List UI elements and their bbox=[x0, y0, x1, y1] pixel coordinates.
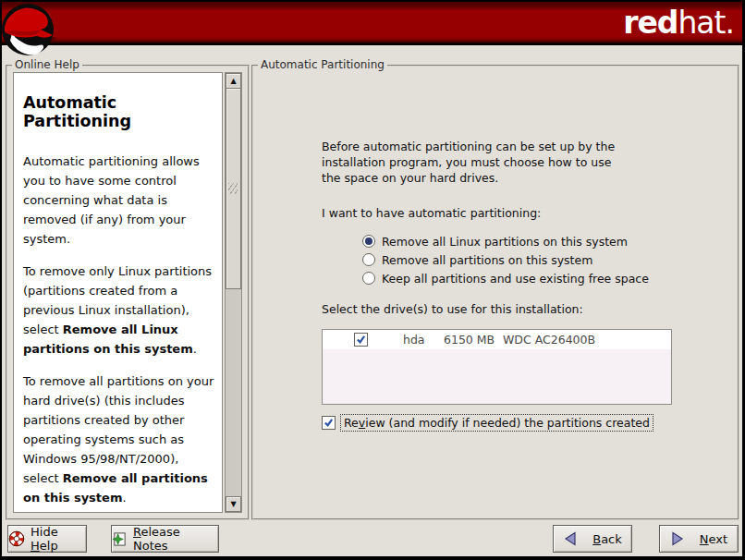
radio-label: Remove all Linux partitions on this syst… bbox=[382, 235, 628, 249]
drive-size-cell: 6150 MB bbox=[444, 333, 495, 347]
radio-remove-linux-partitions[interactable]: Remove all Linux partitions on this syst… bbox=[362, 232, 649, 250]
scroll-up-arrow-icon[interactable]: ▲ bbox=[226, 73, 241, 89]
drive-model-cell: WDC AC26400B bbox=[503, 333, 595, 347]
release-notes-button[interactable]: Release Notes bbox=[111, 525, 219, 553]
partitioning-question-label: I want to have automatic partitioning: bbox=[322, 205, 541, 221]
next-label: Next bbox=[700, 532, 727, 546]
installer-canvas: ® redhat. Online Help Automatic Partitio… bbox=[2, 2, 742, 556]
online-help-frame: Online Help Automatic Partitioning Autom… bbox=[6, 65, 250, 520]
online-help-frame-label: Online Help bbox=[12, 58, 82, 71]
radio-label: Remove all partitions on this system bbox=[382, 253, 592, 267]
scrollbar-grip-icon bbox=[228, 183, 238, 194]
back-arrow-icon bbox=[563, 531, 578, 546]
drive-select-label: Select the drive(s) to use for this inst… bbox=[322, 301, 583, 317]
help-scrollbar[interactable]: ▲ ▼ bbox=[225, 72, 242, 513]
review-checkbox-label: Review (and modify if needed) the partit… bbox=[340, 414, 653, 432]
drive-row-hda[interactable]: hda 6150 MB WDC AC26400B bbox=[323, 330, 671, 349]
help-paragraph-3: To remove all partitions on your hard dr… bbox=[23, 371, 216, 507]
radio-button-icon[interactable] bbox=[362, 272, 375, 285]
drive-checkbox-checked-icon[interactable] bbox=[354, 333, 368, 347]
back-label: Back bbox=[592, 532, 622, 546]
release-notes-label: Release Notes bbox=[133, 525, 218, 553]
scroll-down-arrow-icon[interactable]: ▼ bbox=[226, 496, 241, 512]
next-arrow-icon bbox=[670, 531, 685, 546]
wordmark-hat: hat. bbox=[678, 5, 734, 41]
radio-keep-partitions[interactable]: Keep all partitions and use existing fre… bbox=[362, 269, 649, 287]
next-button[interactable]: Next bbox=[659, 525, 739, 553]
help-text-area: Automatic Partitioning Automatic partiti… bbox=[13, 72, 223, 513]
redhat-shadowman-icon: ® bbox=[2, 3, 56, 57]
help-title: Automatic Partitioning bbox=[23, 93, 216, 130]
help-paragraph-1: Automatic partitioning allows you to hav… bbox=[23, 152, 216, 249]
automatic-partitioning-frame: Automatic Partitioning Before automatic … bbox=[251, 65, 739, 520]
help-paragraph-2: To remove only Linux partitions (partiti… bbox=[23, 262, 216, 359]
automatic-partitioning-frame-label: Automatic Partitioning bbox=[258, 58, 387, 71]
radio-button-selected-icon[interactable] bbox=[362, 235, 375, 248]
radio-remove-all-partitions[interactable]: Remove all partitions on this system bbox=[362, 250, 649, 269]
release-notes-page-icon bbox=[112, 531, 128, 547]
wordmark-red: red bbox=[623, 5, 678, 41]
svg-text:®: ® bbox=[50, 36, 56, 43]
review-partitions-checkbox-row[interactable]: Review (and modify if needed) the partit… bbox=[322, 414, 653, 432]
partitioning-radio-group: Remove all Linux partitions on this syst… bbox=[362, 232, 649, 287]
installer-window: ® redhat. Online Help Automatic Partitio… bbox=[0, 0, 745, 560]
back-button[interactable]: Back bbox=[553, 525, 632, 553]
intro-text: Before automatic partitioning can be set… bbox=[322, 139, 615, 186]
redhat-wordmark: redhat. bbox=[623, 5, 734, 42]
radio-label: Keep all partitions and use existing fre… bbox=[382, 272, 649, 286]
help-scrollbar-thumb[interactable] bbox=[226, 88, 241, 289]
drive-device-cell: hda bbox=[403, 333, 444, 347]
hide-help-label: Hide Help bbox=[31, 525, 86, 553]
lifebuoy-help-icon bbox=[8, 530, 25, 547]
drive-list[interactable]: hda 6150 MB WDC AC26400B bbox=[322, 329, 672, 405]
radio-button-icon[interactable] bbox=[362, 253, 375, 266]
review-checkbox-checked-icon[interactable] bbox=[322, 416, 336, 430]
hide-help-button[interactable]: Hide Help bbox=[7, 525, 87, 553]
